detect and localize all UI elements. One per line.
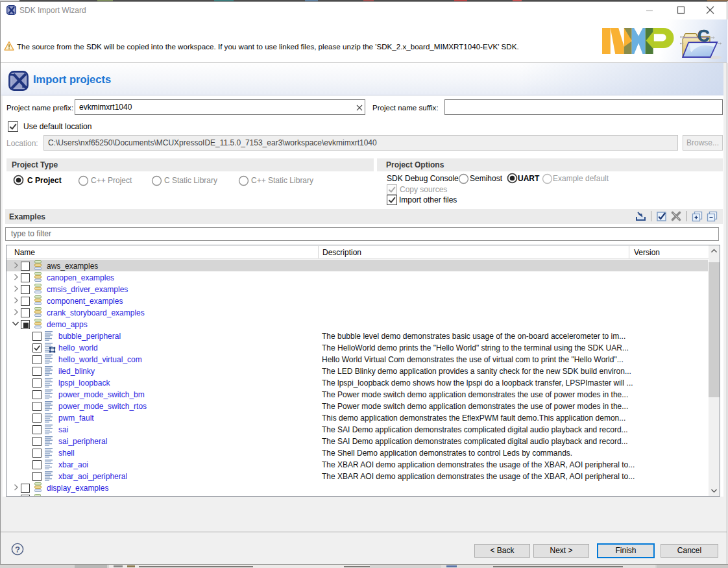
svg-text:?: ? — [15, 545, 20, 554]
